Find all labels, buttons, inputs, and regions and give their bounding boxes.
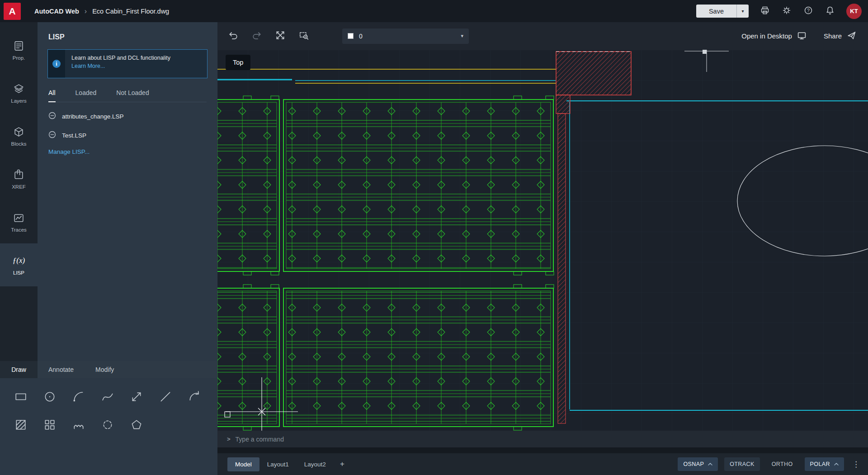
- otrack-toggle[interactable]: OTRACK: [724, 457, 760, 471]
- breadcrumb-separator: ›: [85, 7, 87, 15]
- tab-draw[interactable]: Draw: [0, 361, 38, 378]
- list-item[interactable]: attributes_change.LSP: [38, 107, 217, 126]
- toolbar-right: Open in Desktop Share: [741, 31, 856, 42]
- array-icon: [43, 418, 56, 432]
- left-rail: Prop. Layers Blocks XREF: [0, 22, 38, 361]
- construction-line-tool-button[interactable]: [127, 388, 146, 406]
- drawing-canvas[interactable]: Top: [217, 50, 868, 431]
- canvas-toolbar: 0 ▾ Open in Desktop Share: [217, 22, 868, 50]
- chevron-up-icon[interactable]: [708, 463, 712, 466]
- redo-button[interactable]: [251, 30, 263, 42]
- work-area: 0 ▾ Open in Desktop Share: [217, 22, 868, 475]
- bottom-gap: [217, 447, 868, 453]
- ortho-toggle[interactable]: ORTHO: [766, 457, 798, 471]
- sidebar-item-blocks[interactable]: Blocks: [0, 114, 38, 157]
- save-dropdown-button[interactable]: ▾: [736, 5, 749, 18]
- polar-toggle[interactable]: POLAR: [805, 457, 844, 471]
- help-button[interactable]: ?: [803, 6, 814, 17]
- sidebar-item-label: LISP: [13, 270, 24, 276]
- line-tool-button[interactable]: [156, 388, 175, 406]
- revision-cloud-tool-button[interactable]: [70, 416, 88, 434]
- command-line[interactable]: > Type a command: [217, 431, 868, 447]
- polygon-tool-button[interactable]: [127, 416, 146, 434]
- add-layout-button[interactable]: +: [340, 460, 344, 469]
- layer-dropdown[interactable]: 0 ▾: [342, 28, 469, 44]
- chevron-up-icon[interactable]: [834, 463, 839, 466]
- notifications-button[interactable]: [825, 6, 835, 17]
- layer-value: 0: [359, 33, 363, 40]
- info-icon: i: [52, 60, 61, 68]
- osnap-label: OSNAP: [683, 461, 704, 467]
- zoom-extents-icon: [275, 30, 285, 42]
- svg-text:?: ?: [807, 8, 810, 13]
- manage-lisp-link[interactable]: Manage LISP...: [48, 148, 207, 155]
- donut-tool-button[interactable]: [99, 416, 117, 434]
- main-area: Prop. Layers Blocks XREF: [0, 22, 868, 475]
- tab-model[interactable]: Model: [227, 457, 259, 471]
- kebab-icon: ⋮: [852, 460, 860, 469]
- zoom-extents-button[interactable]: [274, 30, 286, 42]
- rectangle-tool-button[interactable]: [12, 388, 30, 406]
- lisp-file-list: attributes_change.LSP Test.LSP: [38, 107, 217, 145]
- breadcrumb-file-name[interactable]: Eco Cabin_First Floor.dwg: [92, 8, 169, 15]
- layers-icon: [13, 83, 25, 95]
- settings-button[interactable]: [781, 6, 792, 17]
- polygon-icon: [130, 418, 143, 432]
- draw-panel-tabs: Draw Annotate Modify: [0, 361, 217, 378]
- undo-icon: [228, 30, 238, 42]
- info-strip: i: [48, 50, 65, 78]
- share-button[interactable]: Share: [824, 31, 856, 42]
- tab-layout2[interactable]: Layout2: [297, 457, 334, 471]
- status-toggles: OSNAP OTRACK ORTHO POLAR ⋮: [678, 457, 860, 471]
- tab-all[interactable]: All: [48, 89, 56, 102]
- chevron-down-icon: ▾: [741, 9, 744, 14]
- spline-tool-button[interactable]: [99, 388, 117, 406]
- polar-label: POLAR: [810, 461, 830, 467]
- sidebar-item-properties[interactable]: Prop.: [0, 28, 38, 71]
- breadcrumb: AutoCAD Web › Eco Cabin_First Floor.dwg: [34, 7, 169, 15]
- undo-button[interactable]: [227, 30, 239, 42]
- view-cube-label[interactable]: Top: [226, 55, 250, 70]
- osnap-toggle[interactable]: OSNAP: [678, 457, 718, 471]
- sidebar-item-lisp[interactable]: ƒ(x) LISP: [0, 243, 38, 286]
- info-body: Learn about LISP and DCL functionality L…: [65, 50, 177, 78]
- spline-icon: [101, 390, 114, 404]
- tab-modify[interactable]: Modify: [85, 361, 125, 378]
- autocad-logo: A: [4, 3, 21, 20]
- circle-tool-button[interactable]: [41, 388, 59, 406]
- donut-icon: [101, 418, 114, 432]
- list-item[interactable]: Test.LSP: [38, 126, 217, 145]
- sidebar-item-layers[interactable]: Layers: [0, 71, 38, 114]
- gear-icon: [782, 6, 791, 16]
- print-icon: [760, 6, 769, 16]
- tab-annotate[interactable]: Annotate: [38, 361, 85, 378]
- open-in-desktop-button[interactable]: Open in Desktop: [741, 31, 807, 42]
- sidebar-item-xref[interactable]: XREF: [0, 157, 38, 200]
- open-in-desktop-label: Open in Desktop: [741, 32, 792, 40]
- arc-tool-button[interactable]: [70, 388, 88, 406]
- sidebar-item-label: Prop.: [13, 55, 25, 61]
- save-button[interactable]: Save: [696, 5, 736, 18]
- hatch-tool-button[interactable]: [12, 416, 30, 434]
- circle-minus-icon[interactable]: [48, 112, 56, 121]
- top-bar: A AutoCAD Web › Eco Cabin_First Floor.dw…: [0, 0, 868, 22]
- status-menu-button[interactable]: ⋮: [852, 460, 860, 469]
- tab-loaded[interactable]: Loaded: [75, 89, 97, 102]
- learn-more-link[interactable]: Learn More...: [71, 63, 105, 69]
- arc-icon: [72, 390, 85, 404]
- avatar[interactable]: KT: [846, 4, 862, 19]
- tab-layout1[interactable]: Layout1: [259, 457, 297, 471]
- zoom-window-button[interactable]: [298, 30, 310, 42]
- zoom-window-icon: [299, 30, 309, 42]
- tab-not-loaded[interactable]: Not Loaded: [116, 89, 149, 102]
- lisp-info-box: i Learn about LISP and DCL functionality…: [47, 49, 208, 78]
- sidebar-item-traces[interactable]: Traces: [0, 200, 38, 243]
- circle-minus-icon[interactable]: [48, 131, 56, 140]
- print-button[interactable]: [760, 6, 770, 17]
- left-column: Prop. Layers Blocks XREF: [0, 22, 217, 475]
- send-icon: [847, 31, 856, 42]
- breadcrumb-app-name[interactable]: AutoCAD Web: [34, 8, 79, 15]
- arc-segment-tool-button[interactable]: [185, 388, 203, 406]
- command-prompt-icon: >: [227, 436, 231, 442]
- array-tool-button[interactable]: [41, 416, 59, 434]
